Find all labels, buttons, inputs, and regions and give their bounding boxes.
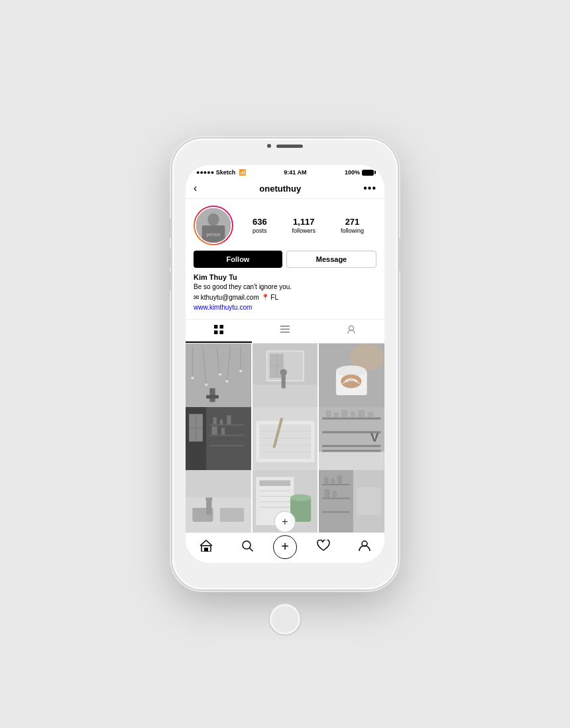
posts-count: 636 bbox=[253, 217, 267, 227]
svg-point-19 bbox=[219, 373, 221, 376]
search-icon bbox=[241, 540, 253, 555]
photo-cell[interactable] bbox=[186, 470, 251, 532]
svg-rect-9 bbox=[280, 326, 290, 327]
stats-row: 636 posts 1,117 followers 271 following bbox=[240, 217, 376, 234]
svg-point-17 bbox=[205, 383, 207, 386]
svg-rect-73 bbox=[323, 450, 381, 452]
bio-link[interactable]: www.kimthuytu.com bbox=[194, 304, 376, 311]
svg-rect-66 bbox=[326, 410, 331, 417]
svg-text:V: V bbox=[370, 430, 379, 444]
photo-grid: V bbox=[186, 343, 384, 532]
svg-rect-55 bbox=[259, 424, 311, 459]
photo-cell[interactable] bbox=[186, 407, 251, 473]
svg-rect-25 bbox=[206, 395, 219, 398]
tab-tagged[interactable] bbox=[318, 320, 384, 343]
following-label: following bbox=[341, 227, 364, 234]
photo-cell[interactable]: V bbox=[319, 407, 384, 473]
svg-rect-70 bbox=[359, 410, 365, 417]
svg-rect-69 bbox=[351, 411, 355, 417]
svg-rect-50 bbox=[227, 415, 231, 424]
svg-point-90 bbox=[290, 495, 311, 501]
phone-screen: ●●●●● Sketch 📶 9:41 AM 100% ‹ onetuthuy … bbox=[186, 165, 384, 563]
stat-posts: 636 posts bbox=[253, 217, 267, 234]
speaker-bar bbox=[276, 145, 303, 148]
grid-icon bbox=[214, 325, 223, 336]
back-button[interactable]: ‹ bbox=[194, 182, 197, 194]
svg-rect-5 bbox=[214, 325, 218, 329]
bio-section: Kim Thuy Tu Be so good they can't ignore… bbox=[194, 273, 376, 311]
home-button[interactable] bbox=[268, 603, 302, 636]
svg-rect-33 bbox=[281, 375, 285, 389]
profile-top: person 636 posts 1,117 followers bbox=[194, 206, 376, 245]
view-tabs bbox=[186, 319, 384, 343]
stat-following[interactable]: 271 following bbox=[341, 217, 364, 234]
status-bar: ●●●●● Sketch 📶 9:41 AM 100% bbox=[186, 165, 384, 178]
svg-rect-98 bbox=[325, 477, 329, 484]
photo-cell[interactable] bbox=[253, 407, 318, 473]
followers-count: 1,117 bbox=[293, 217, 315, 227]
tab-list[interactable] bbox=[252, 320, 318, 343]
username-label: onetuthuy bbox=[259, 184, 301, 194]
svg-rect-81 bbox=[186, 470, 251, 498]
svg-rect-10 bbox=[280, 329, 290, 330]
stat-followers[interactable]: 1,117 followers bbox=[292, 217, 316, 234]
svg-rect-68 bbox=[342, 410, 348, 417]
svg-rect-52 bbox=[221, 428, 225, 434]
svg-rect-49 bbox=[220, 419, 223, 424]
battery-icon bbox=[362, 170, 374, 176]
photo-cell[interactable] bbox=[253, 343, 318, 409]
profile-section: person 636 posts 1,117 followers bbox=[186, 199, 384, 319]
photo-cell[interactable] bbox=[319, 343, 384, 409]
svg-point-39 bbox=[341, 375, 362, 389]
status-right: 100% bbox=[345, 169, 374, 176]
svg-rect-101 bbox=[325, 489, 330, 497]
avatar-ring: person bbox=[194, 206, 233, 245]
home-icon bbox=[200, 540, 213, 555]
svg-point-34 bbox=[280, 369, 286, 375]
photo-cell[interactable] bbox=[319, 470, 384, 532]
nav-search[interactable] bbox=[233, 537, 261, 558]
svg-rect-13 bbox=[186, 343, 251, 409]
svg-point-15 bbox=[191, 377, 194, 379]
bottom-nav: + bbox=[186, 532, 384, 563]
nav-home[interactable] bbox=[192, 537, 221, 558]
nav-heart[interactable] bbox=[309, 537, 338, 558]
svg-rect-78 bbox=[220, 508, 244, 522]
heart-icon bbox=[317, 540, 330, 555]
svg-rect-46 bbox=[209, 434, 244, 436]
svg-rect-11 bbox=[280, 332, 290, 333]
time-display: 9:41 AM bbox=[284, 169, 306, 176]
phone-device: ●●●●● Sketch 📶 9:41 AM 100% ‹ onetuthuy … bbox=[172, 139, 398, 589]
svg-text:person: person bbox=[206, 232, 220, 237]
camera-dot bbox=[267, 144, 271, 148]
add-post-button[interactable]: + bbox=[273, 535, 297, 559]
svg-rect-72 bbox=[319, 452, 384, 472]
svg-line-108 bbox=[249, 548, 253, 552]
svg-rect-100 bbox=[337, 476, 342, 484]
bio-line2: ✉ kthuytu@gmail.com 📍 FL bbox=[194, 293, 376, 302]
phone-top-bar bbox=[267, 144, 303, 148]
nav-profile[interactable] bbox=[351, 537, 378, 558]
tab-grid[interactable] bbox=[186, 320, 252, 343]
svg-rect-24 bbox=[209, 389, 215, 402]
list-icon bbox=[280, 325, 290, 336]
svg-rect-84 bbox=[259, 481, 290, 486]
battery-text: 100% bbox=[345, 169, 360, 176]
svg-rect-95 bbox=[323, 484, 351, 485]
avatar: person bbox=[195, 207, 232, 244]
svg-text:+: + bbox=[282, 515, 288, 528]
profile-icon bbox=[359, 540, 370, 555]
svg-point-21 bbox=[225, 380, 228, 383]
follow-button[interactable]: Follow bbox=[194, 251, 282, 268]
tagged-icon bbox=[347, 325, 356, 336]
photo-cell[interactable] bbox=[186, 343, 251, 409]
svg-rect-102 bbox=[333, 491, 337, 497]
svg-rect-79 bbox=[206, 501, 211, 515]
more-options-button[interactable]: ••• bbox=[363, 182, 376, 194]
message-button[interactable]: Message bbox=[286, 251, 376, 268]
svg-rect-99 bbox=[331, 479, 335, 484]
photo-cell[interactable]: + bbox=[253, 470, 318, 532]
svg-rect-8 bbox=[220, 331, 224, 335]
action-buttons: Follow Message bbox=[194, 251, 376, 268]
bio-line1: Be so good they can't ignore you. bbox=[194, 282, 376, 292]
